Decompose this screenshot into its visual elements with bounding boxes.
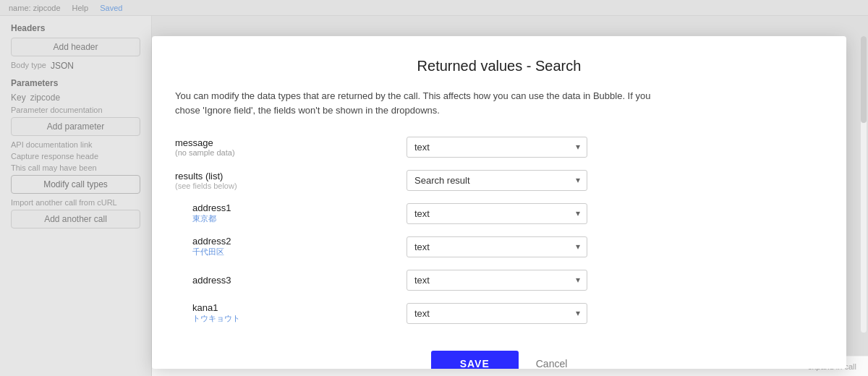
field-label-col: address3: [175, 275, 407, 286]
field-type-select[interactable]: textnumberbooleandateIgnore field: [407, 137, 587, 158]
field-select-col: textnumberbooleandateIgnore field: [407, 236, 595, 257]
field-type-select[interactable]: textnumberbooleandateIgnore field: [407, 236, 587, 257]
field-name: address3: [192, 275, 407, 286]
field-label-col: results (list)(see fields below): [175, 171, 407, 190]
field-select-col: Search resulttextnumberIgnore field: [407, 170, 595, 191]
field-select-col: textnumberbooleandateIgnore field: [407, 203, 595, 224]
field-row: address2千代田区textnumberbooleandateIgnore …: [175, 234, 823, 260]
field-type-select[interactable]: textnumberbooleandateIgnore field: [407, 303, 587, 324]
modal-footer: SAVE Cancel: [175, 343, 823, 369]
field-sub-label: 千代田区: [192, 247, 407, 257]
field-sub-label: (no sample data): [175, 148, 407, 157]
field-name: address1: [192, 202, 407, 213]
modal-dialog: Returned values - Search You can modify …: [152, 36, 846, 369]
field-select-col: textnumberbooleandateIgnore field: [407, 303, 595, 324]
field-type-select[interactable]: textnumberbooleandateIgnore field: [407, 203, 587, 224]
field-type-select[interactable]: textnumberbooleandateIgnore field: [407, 270, 587, 291]
field-row: results (list)(see fields below)Search r…: [175, 167, 823, 193]
field-label-col: message(no sample data): [175, 137, 407, 157]
field-name: address2: [192, 236, 407, 247]
field-label-col: address2千代田区: [175, 236, 407, 257]
modal-scrollbar[interactable]: [861, 36, 867, 333]
field-name: message: [175, 137, 407, 148]
field-name: kana1: [192, 302, 407, 313]
field-sub-label: 東京都: [192, 213, 407, 224]
cancel-button[interactable]: Cancel: [536, 358, 568, 369]
modal-title: Returned values - Search: [175, 58, 823, 74]
field-sub-label: (see fields below): [175, 181, 407, 190]
modal-description: You can modify the data types that are r…: [175, 89, 652, 118]
field-row: kana1トウキョウトtextnumberbooleandateIgnore f…: [175, 300, 823, 326]
field-row: address1東京都textnumberbooleandateIgnore f…: [175, 200, 823, 226]
field-name: results (list): [175, 171, 407, 181]
field-select-col: textnumberbooleandateIgnore field: [407, 137, 595, 158]
field-row: message(no sample data)textnumberboolean…: [175, 134, 823, 160]
field-sub-label: トウキョウト: [192, 313, 407, 324]
scrollbar-thumb[interactable]: [861, 36, 867, 123]
field-select-col: textnumberbooleandateIgnore field: [407, 270, 595, 291]
field-row: address3textnumberbooleandateIgnore fiel…: [175, 267, 823, 293]
field-label-col: address1東京都: [175, 202, 407, 224]
save-button[interactable]: SAVE: [431, 351, 519, 369]
field-label-col: kana1トウキョウト: [175, 302, 407, 324]
field-type-select[interactable]: Search resulttextnumberIgnore field: [407, 170, 587, 191]
